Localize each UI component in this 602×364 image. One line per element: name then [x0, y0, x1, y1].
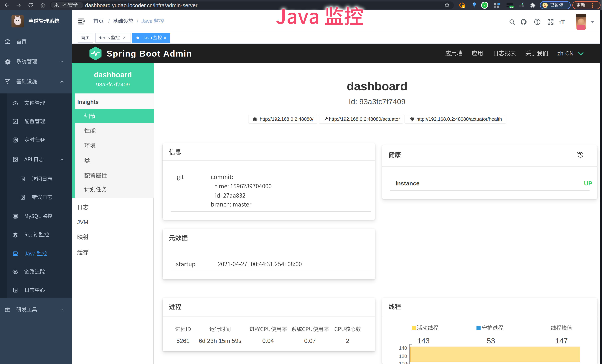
svg-text:v: v	[484, 3, 485, 7]
svg-text:on: on	[510, 6, 513, 8]
svg-text:1: 1	[462, 5, 464, 8]
